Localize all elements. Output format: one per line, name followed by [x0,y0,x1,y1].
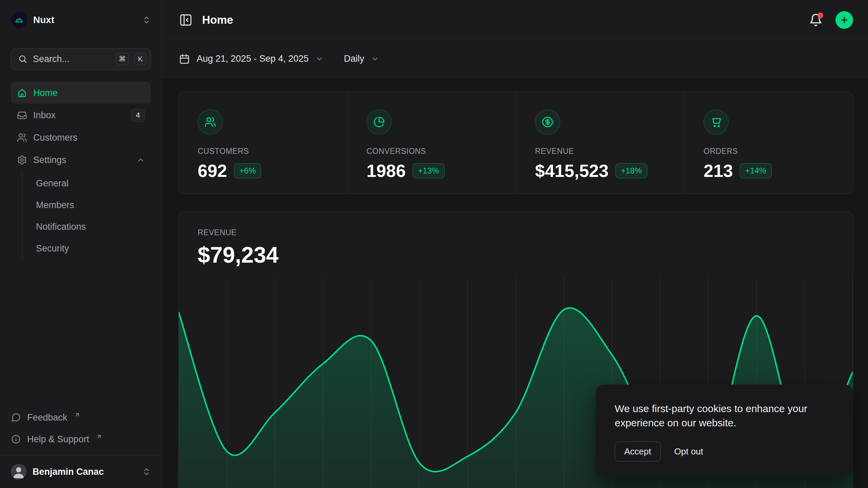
sidebar-footer-links: Feedback Help & Support [11,408,151,455]
stat-value: 213 [704,161,733,181]
kbd-k: K [134,53,146,65]
stat-conversions[interactable]: CONVERSIONS 1986 +13% [347,92,516,194]
workspace-switcher[interactable]: Nuxt [11,12,151,28]
sidebar: Nuxt ⌘ K [0,0,162,488]
settings-subnav: General Members Notifications Security [22,173,151,259]
header-actions [809,11,853,29]
feedback-label: Feedback [27,412,67,423]
gear-icon [17,155,27,165]
sidebar-item-home[interactable]: Home [11,82,151,104]
panel-left-close-icon[interactable] [179,13,193,27]
workspace-name: Nuxt [33,15,136,25]
chevron-down-icon [371,55,379,63]
revenue-chart-label: REVENUE [198,228,834,237]
sidebar-item-members[interactable]: Members [36,195,151,216]
stat-orders[interactable]: ORDERS 213 +14% [684,92,853,194]
sidebar-item-inbox[interactable]: Inbox 4 [11,104,151,126]
chevron-up-icon [137,156,145,164]
help-support-label: Help & Support [27,434,89,445]
help-support-link[interactable]: Help & Support [11,429,151,449]
search-icon [18,54,27,64]
unread-dot [817,13,823,18]
external-link-icon [74,412,80,418]
stat-delta-badge: +18% [615,163,647,178]
stat-customers[interactable]: CUSTOMERS 692 +6% [179,92,347,194]
date-range-value: Aug 21, 2025 - Sep 4, 2025 [197,54,309,64]
sidebar-item-label: Customers [33,133,78,143]
stat-delta-badge: +6% [234,163,261,178]
search-field[interactable]: ⌘ K [11,48,151,70]
stat-value: 1986 [367,161,406,181]
cookie-banner: We use first-party cookies to enhance yo… [596,385,853,477]
avatar [11,464,26,480]
stat-delta-badge: +13% [413,163,445,178]
nuxt-logo-icon [11,12,27,28]
page-header: Home [162,0,868,40]
sidebar-item-general[interactable]: General [36,173,151,194]
chevrons-up-down-icon [142,467,151,476]
stat-label: REVENUE [535,147,665,156]
granularity-select[interactable]: Daily [344,54,379,64]
pie-chart-icon [367,109,392,135]
accept-button[interactable]: Accept [615,442,661,462]
granularity-value: Daily [344,54,364,64]
notifications-button[interactable] [809,13,823,27]
stat-label: CONVERSIONS [367,147,497,156]
add-button[interactable] [835,11,853,29]
external-link-icon [96,433,102,440]
stat-label: CUSTOMERS [198,147,328,156]
info-circle-icon [11,434,21,444]
chevrons-up-down-icon [142,16,151,24]
sidebar-item-label: Settings [33,155,66,165]
sidebar-nav: Home Inbox 4 [11,82,151,259]
calendar-icon [179,54,190,64]
sidebar-item-notifications[interactable]: Notifications [36,216,151,237]
stat-value: $415,523 [535,161,609,181]
shopping-cart-icon [704,109,729,135]
inbox-count-badge: 4 [131,109,145,122]
stat-label: ORDERS [704,147,834,156]
kbd-cmd: ⌘ [116,53,129,65]
sidebar-item-label: Home [33,88,58,98]
stats-cards: CUSTOMERS 692 +6% CONVERSIONS 1986 [178,92,853,194]
opt-out-button[interactable]: Opt out [671,442,707,461]
message-bubble-icon [11,412,21,423]
circle-dollar-icon [535,109,560,135]
sidebar-item-label: Inbox [33,110,56,121]
stat-revenue[interactable]: REVENUE $415,523 +18% [516,92,684,194]
home-icon [17,88,27,98]
chevron-down-icon [315,55,323,63]
stat-value: 692 [198,161,227,181]
plus-icon [840,16,849,24]
users-icon [17,133,27,143]
users-icon [198,109,223,135]
cookie-message: We use first-party cookies to enhance yo… [615,402,834,430]
user-name: Benjamin Canac [33,467,136,477]
feedback-link[interactable]: Feedback [11,408,151,427]
sidebar-item-settings[interactable]: Settings [11,149,151,171]
page-title: Home [202,14,800,26]
date-range-picker[interactable]: Aug 21, 2025 - Sep 4, 2025 [179,54,323,64]
stat-delta-badge: +14% [740,163,772,178]
inbox-icon [17,110,27,120]
filters-toolbar: Aug 21, 2025 - Sep 4, 2025 Daily [162,40,868,78]
sidebar-user-section: Benjamin Canac [0,455,162,488]
user-menu[interactable]: Benjamin Canac [11,461,151,483]
revenue-chart-total: $79,234 [198,242,834,268]
search-input[interactable] [33,54,110,64]
sidebar-item-customers[interactable]: Customers [11,127,151,148]
sidebar-item-security[interactable]: Security [36,238,151,259]
